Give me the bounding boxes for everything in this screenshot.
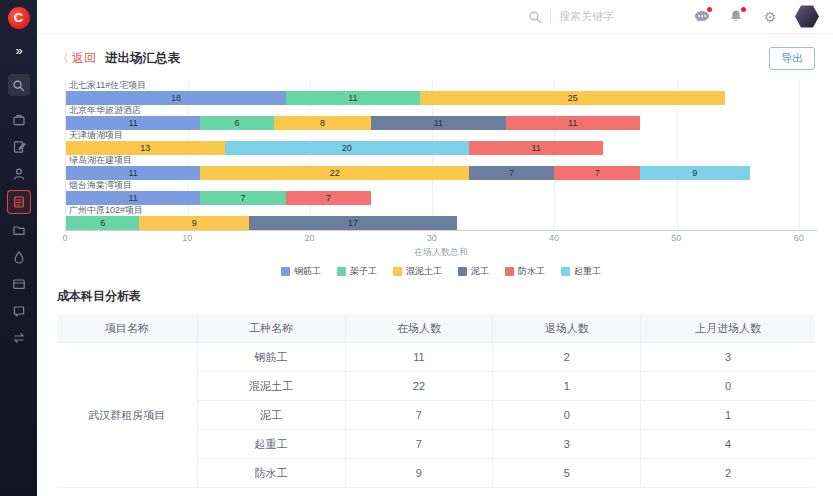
chart-x-axis: 0102030405060 — [65, 233, 817, 246]
report-icon — [12, 195, 26, 209]
table-cell: 7 — [345, 401, 493, 430]
sidebar-item-projects[interactable] — [8, 109, 30, 131]
bar-category-label: 烟台海棠湾项目 — [66, 180, 817, 191]
folder-icon — [12, 223, 26, 237]
table-cell: 7 — [345, 430, 493, 459]
search-input[interactable]: 搜索关键字 — [559, 9, 669, 24]
table-column-header: 退场人数 — [493, 314, 641, 343]
bar-segment: 18 — [66, 91, 286, 105]
sidebar-collapse-icon[interactable]: » — [15, 43, 21, 58]
chart-bar-row: 绿岛湖在建项目1122779 — [66, 155, 817, 180]
settings-button[interactable]: ⚙ — [761, 8, 779, 26]
chart-bar-row: 天津塘湖项目132011 — [66, 130, 817, 155]
legend-label: 防水工 — [518, 265, 545, 278]
page-content: 〈 返回 进出场汇总表 导出 北七家11#住宅项目181125北京年华旅游酒店1… — [37, 34, 833, 496]
bar-track: 1177 — [66, 191, 817, 205]
x-tick-label: 30 — [427, 233, 437, 243]
user-icon — [12, 167, 26, 181]
legend-item[interactable]: 钢筋工 — [281, 265, 321, 278]
page-header: 〈 返回 进出场汇总表 导出 — [37, 34, 833, 74]
bar-track: 181125 — [66, 91, 817, 105]
bar-segment: 11 — [286, 91, 420, 105]
table-column-header: 上月进场人数 — [641, 314, 815, 343]
sidebar-item-reports-active[interactable] — [7, 190, 31, 214]
search-icon — [528, 10, 542, 24]
sidebar: C » — [0, 0, 37, 496]
bar-segment: 25 — [420, 91, 725, 105]
message-icon — [694, 10, 710, 24]
bar-segment: 11 — [66, 191, 200, 205]
legend-label: 钢筋工 — [294, 265, 321, 278]
table-cell: 9 — [345, 459, 493, 488]
legend-swatch — [561, 267, 570, 276]
sidebar-item-documents[interactable] — [8, 136, 30, 158]
table-column-header: 在场人数 — [345, 314, 493, 343]
table-cell: 5 — [493, 459, 641, 488]
water-drop-icon — [12, 250, 26, 264]
notifications-button[interactable] — [727, 8, 745, 26]
table-cell: 11 — [345, 343, 493, 372]
x-axis-title: 在场人数总和 — [65, 246, 817, 258]
avatar[interactable] — [795, 5, 819, 29]
table-cell: 2 — [641, 459, 815, 488]
sidebar-item-water[interactable] — [8, 246, 30, 268]
legend-item[interactable]: 泥工 — [458, 265, 489, 278]
legend-swatch — [458, 267, 467, 276]
gear-icon: ⚙ — [764, 10, 777, 24]
legend-swatch — [281, 267, 290, 276]
bar-track: 132011 — [66, 141, 817, 155]
table-cell: 3 — [493, 430, 641, 459]
bar-segment: 8 — [274, 116, 372, 130]
legend-item[interactable]: 架子工 — [337, 265, 377, 278]
bar-segment: 11 — [469, 141, 603, 155]
bar-segment: 7 — [469, 166, 554, 180]
analysis-table: 项目名称工种名称在场人数退场人数上月进场人数 武汉群租房项目钢筋工1123混泥土… — [57, 314, 815, 488]
sidebar-item-transfer[interactable] — [8, 327, 30, 349]
search-divider — [550, 10, 551, 23]
sidebar-item-cards[interactable] — [8, 273, 30, 295]
bar-segment: 6 — [200, 116, 273, 130]
back-link[interactable]: 〈 返回 — [57, 50, 96, 67]
table-cell: 3 — [641, 343, 815, 372]
sidebar-item-users[interactable] — [8, 163, 30, 185]
chart-bar-row: 北京年华旅游酒店11681111 — [66, 105, 817, 130]
bar-segment: 9 — [139, 216, 249, 230]
bar-segment: 11 — [506, 116, 640, 130]
chart-plot: 北七家11#住宅项目181125北京年华旅游酒店11681111天津塘湖项目13… — [65, 80, 817, 231]
app-window: C » — [0, 0, 833, 496]
sidebar-nav — [7, 104, 31, 349]
table-column-header: 项目名称 — [57, 314, 197, 343]
legend-label: 泥工 — [471, 265, 489, 278]
table-cell: 钢筋工 — [197, 343, 345, 372]
bar-track: 11681111 — [66, 116, 817, 130]
table-cell: 防水工 — [197, 459, 345, 488]
messages-button[interactable] — [693, 8, 711, 26]
legend-item[interactable]: 防水工 — [505, 265, 545, 278]
x-tick-label: 20 — [305, 233, 315, 243]
table-body: 武汉群租房项目钢筋工1123混泥土工2210泥工701起重工734防水工952 — [57, 343, 815, 488]
sidebar-item-messages[interactable] — [8, 300, 30, 322]
notification-dot — [707, 7, 712, 12]
x-tick-label: 60 — [794, 233, 804, 243]
sidebar-item-folders[interactable] — [8, 219, 30, 241]
legend-item[interactable]: 起重工 — [561, 265, 601, 278]
chevron-left-icon: 〈 — [57, 50, 69, 67]
chat-icon — [12, 304, 26, 318]
x-tick-label: 10 — [182, 233, 192, 243]
bar-segment: 11 — [371, 116, 505, 130]
legend-item[interactable]: 混泥土工 — [393, 265, 442, 278]
export-button[interactable]: 导出 — [769, 47, 815, 70]
topbar-search[interactable]: 搜索关键字 — [528, 9, 669, 24]
transfer-icon — [12, 331, 26, 345]
table-cell: 0 — [641, 372, 815, 401]
bar-segment: 7 — [554, 166, 639, 180]
table-cell: 起重工 — [197, 430, 345, 459]
topbar: 搜索关键字 ⚙ — [37, 0, 833, 34]
bar-segment: 11 — [66, 116, 200, 130]
sidebar-item-search[interactable] — [8, 74, 30, 96]
bar-segment: 7 — [286, 191, 371, 205]
table-cell: 2 — [493, 343, 641, 372]
notification-dot — [741, 7, 746, 12]
chart-bar-row: 北七家11#住宅项目181125 — [66, 80, 817, 105]
legend-label: 架子工 — [350, 265, 377, 278]
